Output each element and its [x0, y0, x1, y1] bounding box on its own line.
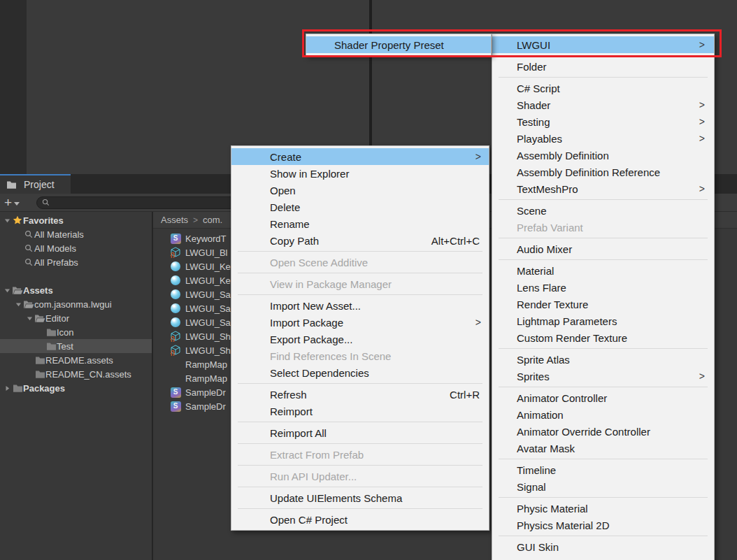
menu-item-show-in-explorer[interactable]: Show in Explorer [231, 165, 489, 182]
submenu-chevron-icon: > [699, 116, 705, 127]
submenu-chevron-icon: > [475, 151, 481, 162]
menu-item-lightmap-parameters[interactable]: Lightmap Parameters [492, 313, 714, 329]
menu-item-label: Import New Asset... [270, 300, 361, 312]
menu-item-assembly-definition[interactable]: Assembly Definition [492, 147, 714, 164]
menu-item-assembly-definition-reference[interactable]: Assembly Definition Reference [492, 164, 714, 180]
menu-item-label: Select Dependencies [270, 367, 369, 379]
script-icon: S [170, 401, 181, 412]
menu-separator [499, 77, 708, 78]
sidebar-item-readme-assets[interactable]: README.assets [0, 353, 152, 367]
menu-item-import-new-asset[interactable]: Import New Asset... [231, 297, 489, 314]
sidebar-item-label: Assets [23, 285, 53, 296]
menu-item-select-dependencies[interactable]: Select Dependencies [231, 364, 489, 381]
tab-project-label: Project [24, 179, 55, 190]
menu-item-animator-override-controller[interactable]: Animator Override Controller [492, 423, 714, 440]
material-icon [170, 303, 181, 314]
menu-item-export-package[interactable]: Export Package... [231, 331, 489, 347]
menu-item-avatar-mask[interactable]: Avatar Mask [492, 440, 714, 457]
menu-item-playables[interactable]: Playables> [492, 130, 714, 147]
folder-icon [45, 340, 57, 352]
tab-project[interactable]: Project [0, 174, 71, 194]
menu-item-animation[interactable]: Animation [492, 406, 714, 423]
sidebar-item-assets[interactable]: Assets [0, 283, 152, 297]
project-folder-tree: FavoritesAll MaterialsAll ModelsAll Pref… [0, 212, 152, 560]
menu-item-textmeshpro[interactable]: TextMeshPro> [492, 180, 714, 197]
menu-separator [238, 294, 482, 295]
menu-item-update-uielements-schema[interactable]: Update UIElements Schema [231, 489, 489, 506]
sidebar-item-label: All Prefabs [34, 257, 78, 268]
menu-item-label: Material [517, 265, 554, 277]
menu-item-render-texture[interactable]: Render Texture [492, 296, 714, 313]
menu-item-timeline[interactable]: Timeline [492, 461, 714, 478]
menu-item-material[interactable]: Material [492, 262, 714, 279]
menu-item-animator-controller[interactable]: Animator Controller [492, 389, 714, 406]
sidebar-item-packages[interactable]: Packages [0, 381, 152, 395]
asset-label: LWGUI_Sa [185, 289, 231, 300]
menu-item-audio-mixer[interactable]: Audio Mixer [492, 240, 714, 257]
menu-item-refresh[interactable]: RefreshCtrl+R [231, 386, 489, 403]
menu-item-shader[interactable]: Shader> [492, 96, 714, 113]
sidebar-item-all-models[interactable]: All Models [0, 241, 152, 255]
sidebar-item-favorites[interactable]: Favorites [0, 213, 152, 227]
menu-item-sprites[interactable]: Sprites> [492, 368, 714, 385]
menu-item-label: Sprite Atlas [517, 354, 570, 366]
left-sidebar-strip [0, 0, 27, 174]
menu-separator [238, 422, 482, 422]
submenu-chevron-icon: > [699, 99, 705, 110]
foldout-open-icon [25, 315, 34, 322]
sidebar-item-editor[interactable]: Editor [0, 311, 152, 325]
menu-item-copy-path[interactable]: Copy PathAlt+Ctrl+C [231, 232, 489, 249]
menu-item-shader-property-preset[interactable]: Shader Property Preset [306, 36, 491, 53]
menu-item-sprite-atlas[interactable]: Sprite Atlas [492, 351, 714, 368]
asset-label: RampMap [185, 359, 227, 370]
menu-item-reimport-all[interactable]: Reimport All [231, 424, 489, 441]
menu-item-signal[interactable]: Signal [492, 478, 714, 495]
menu-item-custom-render-texture[interactable]: Custom Render Texture [492, 329, 714, 346]
sidebar-item-icon[interactable]: Icon [0, 325, 152, 339]
menu-item-testing[interactable]: Testing> [492, 113, 714, 130]
create-asset-button[interactable]: + [4, 196, 20, 210]
folder-icon [34, 354, 45, 366]
menu-item-import-package[interactable]: Import Package> [231, 314, 489, 331]
sidebar-item-label: com.jasonma.lwgui [34, 299, 112, 310]
menu-item-lwgui[interactable]: LWGUI> [492, 36, 714, 53]
menu-item-label: Render Texture [517, 299, 588, 310]
menu-item-label: Reimport [270, 405, 313, 417]
menu-item-custom-font[interactable]: Custom Font [492, 555, 714, 560]
menu-item-rename[interactable]: Rename [231, 215, 489, 232]
sidebar-item-test[interactable]: Test [0, 339, 152, 353]
menu-item-create[interactable]: Create> [231, 148, 489, 165]
menu-item-physic-material[interactable]: Physic Material [492, 500, 714, 517]
sidebar-item-all-materials[interactable]: All Materials [0, 227, 152, 241]
context-menu: Create>Show in ExplorerOpenDeleteRenameC… [231, 145, 489, 531]
search-field[interactable] [36, 196, 246, 209]
menu-item-scene[interactable]: Scene [492, 202, 714, 219]
sidebar-item-all-prefabs[interactable]: All Prefabs [0, 255, 152, 269]
sidebar-item-com-jasonma-lwgui[interactable]: com.jasonma.lwgui [0, 297, 152, 311]
menu-separator [238, 465, 482, 466]
menu-item-gui-skin[interactable]: GUI Skin [492, 538, 714, 555]
submenu-chevron-icon: > [699, 371, 705, 382]
asset-label: LWGUI_Bl [185, 247, 227, 258]
breadcrumb-segment-assets[interactable]: Assets [161, 215, 188, 225]
menu-item-folder[interactable]: Folder [492, 58, 714, 75]
menu-item-lens-flare[interactable]: Lens Flare [492, 279, 714, 296]
search-icon [23, 243, 34, 254]
menu-item-open-c-project[interactable]: Open C# Project [231, 511, 489, 528]
folder-open-icon [12, 285, 23, 296]
menu-item-reimport[interactable]: Reimport [231, 403, 489, 419]
menu-separator [238, 487, 482, 487]
menu-item-label: Shader Property Preset [334, 39, 444, 51]
breadcrumb-segment-com[interactable]: com. [203, 215, 222, 225]
menu-item-physics-material-2d[interactable]: Physics Material 2D [492, 517, 714, 533]
menu-item-label: Scene [517, 205, 547, 217]
menu-item-c-script[interactable]: C# Script [492, 80, 714, 96]
menu-item-label: Refresh [270, 389, 307, 401]
menu-item-open[interactable]: Open [231, 182, 489, 199]
menu-item-delete[interactable]: Delete [231, 199, 489, 215]
search-input[interactable] [52, 198, 241, 208]
menu-separator [238, 383, 482, 384]
menu-item-label: Reimport All [270, 427, 327, 439]
svg-text:{}: {} [171, 252, 176, 258]
sidebar-item-readme-cn-assets[interactable]: README_CN.assets [0, 367, 152, 381]
